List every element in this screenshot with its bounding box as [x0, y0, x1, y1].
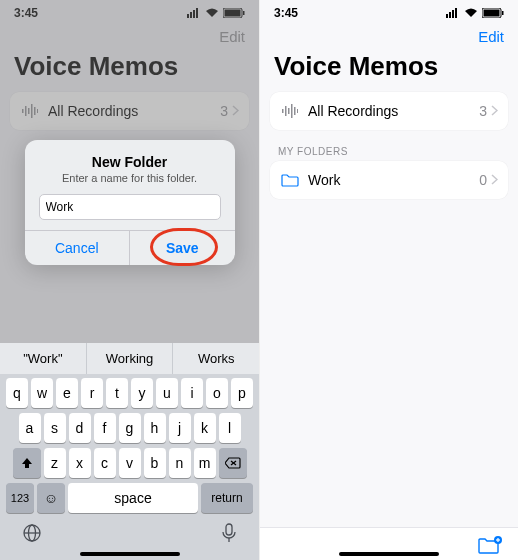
svg-rect-3: [196, 8, 198, 18]
new-folder-alert: New Folder Enter a name for this folder.…: [25, 140, 235, 265]
key-r[interactable]: r: [81, 378, 103, 408]
prediction[interactable]: Working: [86, 343, 173, 374]
page-title: Voice Memos: [0, 49, 259, 92]
svg-rect-6: [243, 11, 245, 15]
prediction[interactable]: Works: [172, 343, 259, 374]
row-label: All Recordings: [48, 103, 220, 119]
key-f[interactable]: f: [94, 413, 116, 443]
status-bar: 3:45: [0, 0, 259, 22]
waveform-icon: [280, 104, 300, 118]
svg-rect-18: [226, 524, 232, 535]
key-y[interactable]: y: [131, 378, 153, 408]
prediction[interactable]: "Work": [0, 343, 86, 374]
key-e[interactable]: e: [56, 378, 78, 408]
row-count: 3: [220, 103, 228, 119]
svg-rect-27: [282, 109, 284, 113]
folder-name-input[interactable]: [39, 194, 221, 220]
status-icons: [446, 8, 504, 18]
svg-rect-20: [446, 14, 448, 18]
key-p[interactable]: p: [231, 378, 253, 408]
chevron-right-icon: [491, 102, 498, 120]
svg-rect-2: [193, 10, 195, 18]
svg-rect-12: [37, 109, 38, 113]
svg-rect-31: [294, 107, 296, 115]
row-label: Work: [308, 172, 479, 188]
return-key[interactable]: return: [201, 483, 253, 513]
key-b[interactable]: b: [144, 448, 166, 478]
delete-key[interactable]: [219, 448, 247, 478]
svg-rect-23: [455, 8, 457, 18]
key-s[interactable]: s: [44, 413, 66, 443]
svg-rect-22: [452, 10, 454, 18]
svg-rect-7: [22, 109, 24, 113]
key-h[interactable]: h: [144, 413, 166, 443]
all-recordings-row[interactable]: All Recordings 3: [270, 92, 508, 130]
status-bar: 3:45: [260, 0, 518, 22]
svg-rect-10: [31, 104, 33, 118]
keyboard: "Work" Working Works qwertyuiop asdfghjk…: [0, 343, 259, 560]
key-i[interactable]: i: [181, 378, 203, 408]
svg-rect-11: [34, 107, 36, 115]
alert-title: New Folder: [39, 154, 221, 170]
key-v[interactable]: v: [119, 448, 141, 478]
page-title: Voice Memos: [260, 49, 518, 92]
key-n[interactable]: n: [169, 448, 191, 478]
svg-rect-26: [502, 11, 504, 15]
shift-key[interactable]: [13, 448, 41, 478]
section-header: MY FOLDERS: [260, 138, 518, 161]
all-recordings-row[interactable]: All Recordings 3: [10, 92, 249, 130]
svg-rect-0: [187, 14, 189, 18]
folder-icon: [280, 173, 300, 187]
key-o[interactable]: o: [206, 378, 228, 408]
key-z[interactable]: z: [44, 448, 66, 478]
globe-icon[interactable]: [22, 523, 42, 547]
key-q[interactable]: q: [6, 378, 28, 408]
waveform-icon: [20, 104, 40, 118]
row-count: 3: [479, 103, 487, 119]
key-l[interactable]: l: [219, 413, 241, 443]
save-button[interactable]: Save: [129, 231, 235, 265]
key-j[interactable]: j: [169, 413, 191, 443]
svg-rect-9: [28, 108, 30, 114]
space-key[interactable]: space: [68, 483, 198, 513]
svg-rect-30: [291, 104, 293, 118]
svg-rect-21: [449, 12, 451, 18]
key-d[interactable]: d: [69, 413, 91, 443]
key-m[interactable]: m: [194, 448, 216, 478]
home-indicator: [80, 552, 180, 556]
mic-icon[interactable]: [221, 523, 237, 547]
svg-rect-5: [225, 10, 241, 17]
svg-rect-25: [484, 10, 500, 17]
predictive-bar: "Work" Working Works: [0, 343, 259, 374]
chevron-right-icon: [491, 171, 498, 189]
svg-rect-28: [285, 106, 287, 116]
row-label: All Recordings: [308, 103, 479, 119]
folder-row[interactable]: Work 0: [270, 161, 508, 199]
status-icons: [187, 8, 245, 18]
alert-message: Enter a name for this folder.: [39, 172, 221, 184]
key-k[interactable]: k: [194, 413, 216, 443]
svg-rect-32: [297, 109, 298, 113]
key-a[interactable]: a: [19, 413, 41, 443]
edit-button[interactable]: Edit: [478, 28, 504, 45]
svg-rect-1: [190, 12, 192, 18]
key-x[interactable]: x: [69, 448, 91, 478]
edit-button[interactable]: Edit: [219, 28, 245, 45]
row-count: 0: [479, 172, 487, 188]
status-time: 3:45: [14, 6, 38, 20]
new-folder-icon[interactable]: [478, 536, 502, 560]
key-g[interactable]: g: [119, 413, 141, 443]
key-c[interactable]: c: [94, 448, 116, 478]
key-w[interactable]: w: [31, 378, 53, 408]
key-u[interactable]: u: [156, 378, 178, 408]
key-t[interactable]: t: [106, 378, 128, 408]
svg-rect-29: [288, 108, 290, 114]
status-time: 3:45: [274, 6, 298, 20]
home-indicator: [339, 552, 439, 556]
emoji-key[interactable]: ☺: [37, 483, 65, 513]
chevron-right-icon: [232, 102, 239, 120]
cancel-button[interactable]: Cancel: [25, 231, 130, 265]
svg-rect-8: [25, 106, 27, 116]
numbers-key[interactable]: 123: [6, 483, 34, 513]
